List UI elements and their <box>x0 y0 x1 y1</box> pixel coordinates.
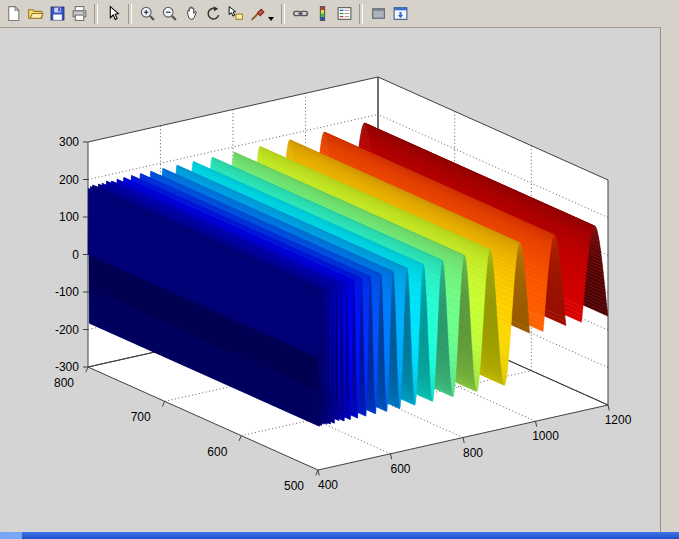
z-tick-label: -200 <box>55 323 79 337</box>
insert-colorbar-icon <box>314 5 331 22</box>
dock-figure-button[interactable] <box>389 3 411 25</box>
z-tick-label: 0 <box>72 248 79 262</box>
new-figure-icon <box>5 5 22 22</box>
hide-plot-tools-button[interactable] <box>367 3 389 25</box>
figure-toolbar <box>0 0 661 28</box>
print-figure-icon <box>71 5 88 22</box>
pan-icon <box>183 5 200 22</box>
taskbar-strip[interactable] <box>0 532 679 539</box>
x-tick-label: 400 <box>318 478 338 492</box>
link-plot-icon <box>292 5 309 22</box>
data-cursor-button[interactable] <box>224 3 246 25</box>
dock-figure-icon <box>392 5 409 22</box>
insert-legend-button[interactable] <box>333 3 355 25</box>
edit-plot-icon <box>105 5 122 22</box>
toolbar-separator <box>128 4 132 24</box>
save-figure-icon <box>49 5 66 22</box>
taskbar-start-fragment[interactable] <box>0 532 22 539</box>
open-file-icon <box>27 5 44 22</box>
zoom-out-button[interactable] <box>158 3 180 25</box>
zoom-out-icon <box>161 5 178 22</box>
z-tick-label: 100 <box>59 210 79 224</box>
z-tick-label: 300 <box>59 135 79 149</box>
x-tick-label: 600 <box>390 462 410 476</box>
new-figure-button[interactable] <box>2 3 24 25</box>
y-tick-label: 700 <box>131 410 151 424</box>
brush-dropdown-caret[interactable] <box>268 17 274 21</box>
z-tick-label: 200 <box>59 173 79 187</box>
x-tick-label: 1000 <box>532 429 559 443</box>
z-tick-label: -300 <box>55 360 79 374</box>
y-tick-label: 600 <box>207 445 227 459</box>
matlab-figure-window: -300-200-1000100200300400600800100012005… <box>0 0 679 539</box>
brush-data-icon <box>249 5 266 22</box>
brush-data-button[interactable] <box>246 3 268 25</box>
pan-button[interactable] <box>180 3 202 25</box>
z-tick-label: -100 <box>55 285 79 299</box>
insert-legend-icon <box>336 5 353 22</box>
toolbar-separator <box>94 4 98 24</box>
edit-plot-button[interactable] <box>102 3 124 25</box>
save-figure-button[interactable] <box>46 3 68 25</box>
data-cursor-icon <box>227 5 244 22</box>
x-tick-label: 1200 <box>605 413 632 427</box>
hide-plot-tools-icon <box>370 5 387 22</box>
insert-colorbar-button[interactable] <box>311 3 333 25</box>
window-right-border <box>660 0 679 532</box>
zoom-in-icon <box>139 5 156 22</box>
rotate-3d-icon <box>205 5 222 22</box>
toolbar-separator <box>281 4 285 24</box>
y-tick-label: 500 <box>284 479 304 493</box>
zoom-in-button[interactable] <box>136 3 158 25</box>
toolbar-separator <box>359 4 363 24</box>
y-tick-label: 800 <box>54 376 74 390</box>
x-tick-label: 800 <box>463 446 483 460</box>
rotate-3d-button[interactable] <box>202 3 224 25</box>
open-file-button[interactable] <box>24 3 46 25</box>
print-figure-button[interactable] <box>68 3 90 25</box>
plot-canvas: -300-200-1000100200300400600800100012005… <box>0 0 679 539</box>
link-plot-button[interactable] <box>289 3 311 25</box>
